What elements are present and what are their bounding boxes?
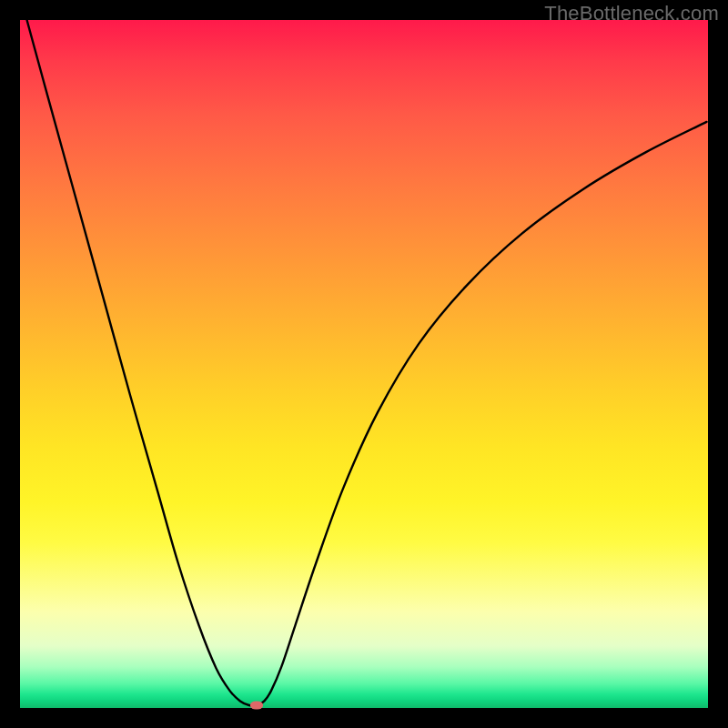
plot-area <box>20 20 708 708</box>
curve-svg <box>20 20 708 708</box>
curve-line <box>27 20 707 706</box>
watermark-text: TheBottleneck.com <box>544 2 719 25</box>
minimum-marker <box>250 701 263 709</box>
chart-frame: TheBottleneck.com <box>0 0 728 728</box>
